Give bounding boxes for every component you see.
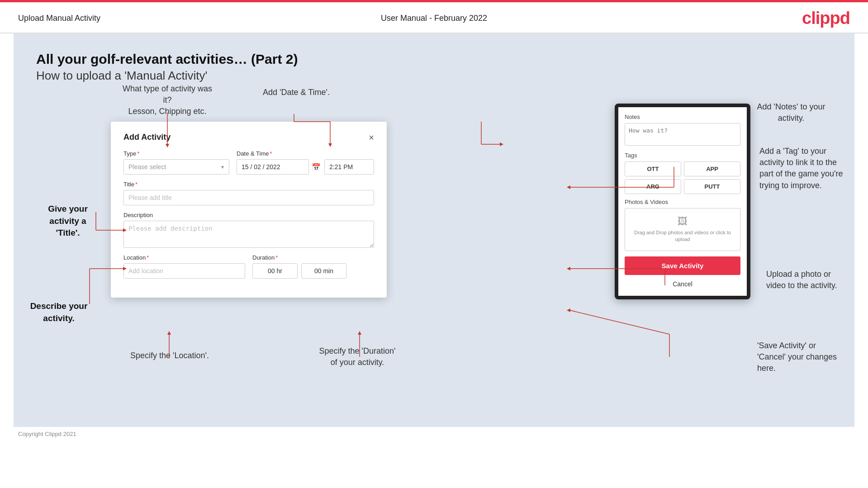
- close-button[interactable]: ×: [369, 133, 374, 142]
- add-activity-dialog: Add Activity × Type* Please select Date …: [111, 122, 387, 298]
- type-select-wrapper: Please select: [123, 159, 229, 175]
- location-input[interactable]: [123, 263, 245, 279]
- section-subtitle: How to upload a 'Manual Activity': [36, 69, 832, 83]
- tags-label: Tags: [625, 152, 740, 159]
- date-time-row: 📅: [237, 159, 374, 175]
- notes-textarea[interactable]: [625, 123, 740, 146]
- type-group: Type* Please select: [123, 150, 229, 175]
- notes-section-label: Notes: [625, 114, 740, 120]
- phone-inner: Notes Tags OTT APP ARG PUTT Photos & Vid…: [618, 107, 747, 296]
- datetime-label: Date & Time*: [237, 150, 374, 157]
- photos-label: Photos & Videos: [625, 199, 740, 205]
- annotation-save-cancel: 'Save Activity' or'Cancel' your changesh…: [757, 340, 852, 374]
- tag-ott[interactable]: OTT: [625, 161, 681, 176]
- save-activity-button[interactable]: Save Activity: [625, 256, 740, 275]
- tags-grid: OTT APP ARG PUTT: [625, 161, 740, 194]
- tag-arg[interactable]: ARG: [625, 179, 681, 194]
- description-textarea[interactable]: [123, 221, 374, 248]
- svg-marker-25: [567, 267, 570, 270]
- svg-marker-14: [167, 331, 171, 335]
- top-bar: Upload Manual Activity User Manual - Feb…: [0, 2, 868, 33]
- phone-panel: Notes Tags OTT APP ARG PUTT Photos & Vid…: [615, 104, 750, 299]
- location-group: Location*: [123, 254, 245, 279]
- type-select[interactable]: Please select: [123, 159, 229, 175]
- tag-putt[interactable]: PUTT: [684, 179, 740, 194]
- upload-icon: 🖼: [629, 216, 736, 227]
- annotation-location: Specify the 'Location'.: [124, 350, 215, 361]
- logo: clippd: [802, 9, 850, 28]
- page-subtitle: User Manual - February 2022: [381, 14, 487, 23]
- annotation-title: Give your activity a'Title'.: [38, 203, 97, 239]
- duration-group: Duration*: [252, 254, 374, 279]
- date-input[interactable]: [237, 159, 309, 175]
- duration-hr-input[interactable]: [252, 263, 298, 279]
- datetime-group: Date & Time* 📅: [237, 150, 374, 175]
- photos-upload-area[interactable]: 🖼 Drag and Drop photos and videos or cli…: [625, 208, 740, 251]
- main-content: All your golf-relevant activities… (Part…: [14, 33, 854, 427]
- annotation-type: What type of activity was it?Lesson, Chi…: [122, 83, 213, 118]
- annotation-notes: Add 'Notes' to youractivity.: [750, 101, 832, 124]
- duration-min-input[interactable]: [301, 263, 346, 279]
- title-input[interactable]: [123, 190, 374, 205]
- time-input[interactable]: [324, 159, 374, 175]
- dialog-title: Add Activity: [123, 133, 171, 142]
- svg-marker-19: [500, 142, 503, 146]
- title-group: Title*: [123, 181, 374, 205]
- annotation-describe: Describe youractivity.: [29, 300, 88, 324]
- annotation-photo: Upload a photo orvideo to the activity.: [766, 269, 852, 291]
- cancel-link[interactable]: Cancel: [625, 279, 740, 289]
- svg-marker-16: [358, 331, 361, 335]
- photos-upload-text: Drag and Drop photos and videos or click…: [629, 229, 736, 243]
- calendar-icon: 📅: [312, 163, 321, 171]
- duration-label: Duration*: [252, 254, 374, 261]
- location-label: Location*: [123, 254, 245, 261]
- description-label: Description: [123, 212, 374, 218]
- section-title: All your golf-relevant activities… (Part…: [36, 52, 832, 67]
- page-title: Upload Manual Activity: [18, 14, 100, 23]
- title-label: Title*: [123, 181, 374, 188]
- duration-row: [252, 263, 374, 279]
- type-datetime-row: Type* Please select Date & Time* 📅: [123, 150, 374, 175]
- svg-line-27: [570, 310, 669, 334]
- description-group: Description: [123, 212, 374, 248]
- svg-marker-22: [567, 185, 570, 189]
- tag-app[interactable]: APP: [684, 161, 740, 176]
- location-duration-row: Location* Duration*: [123, 254, 374, 279]
- copyright: Copyright Clippd 2021: [18, 431, 76, 437]
- tags-section: Tags OTT APP ARG PUTT: [625, 152, 740, 194]
- annotation-duration: Specify the 'Duration'of your activity.: [303, 346, 412, 368]
- footer: Copyright Clippd 2021: [0, 427, 868, 441]
- annotation-tag: Add a 'Tag' to your activity to link it …: [759, 146, 850, 191]
- type-label: Type*: [123, 150, 229, 157]
- annotation-datetime: Add 'Date & Time'.: [260, 87, 332, 98]
- svg-marker-28: [567, 308, 570, 312]
- photos-section: Photos & Videos 🖼 Drag and Drop photos a…: [625, 199, 740, 251]
- dialog-header: Add Activity ×: [123, 133, 374, 142]
